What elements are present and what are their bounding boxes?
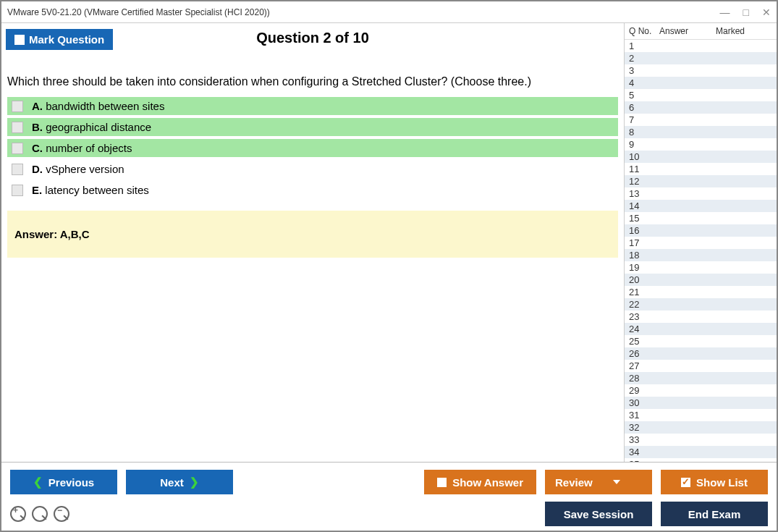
sidebar-header: Q No. Answer Marked [625, 23, 777, 39]
maximize-icon[interactable]: □ [743, 7, 749, 18]
sidebar-row[interactable]: 30 [625, 397, 777, 409]
option-text: D. vSphere version [32, 163, 124, 175]
sidebar-row[interactable]: 9 [625, 138, 777, 151]
sidebar-row[interactable]: 15 [625, 212, 777, 224]
next-button[interactable]: Next ❯ [126, 470, 233, 494]
chevron-left-icon: ❮ [33, 476, 43, 489]
sidebar-row[interactable]: 5 [625, 89, 777, 101]
sidebar-row[interactable]: 21 [625, 286, 777, 298]
sidebar-row[interactable]: 1 [625, 40, 777, 52]
sidebar-row[interactable]: 19 [625, 261, 777, 274]
previous-label: Previous [48, 476, 94, 489]
option-row[interactable]: B. geographical distance [7, 118, 618, 136]
option-text: A. bandwidth between sites [32, 100, 164, 112]
question-list-sidebar: Q No. Answer Marked 12345678910111213141… [625, 23, 777, 462]
show-list-button[interactable]: Show List [661, 470, 768, 494]
sidebar-row[interactable]: 22 [625, 298, 777, 311]
sidebar-row[interactable]: 28 [625, 372, 777, 384]
sidebar-row[interactable]: 32 [625, 421, 777, 434]
sidebar-row[interactable]: 16 [625, 224, 777, 237]
sidebar-row[interactable]: 2 [625, 52, 777, 64]
sidebar-row[interactable]: 18 [625, 249, 777, 261]
col-answer-header: Answer [659, 26, 716, 36]
option-row[interactable]: C. number of objects [7, 139, 618, 157]
show-answer-label: Show Answer [452, 476, 523, 489]
close-icon[interactable]: ✕ [762, 7, 771, 18]
minimize-icon[interactable]: — [720, 7, 730, 18]
window-title: VMware 5V0-21.20 (VMware Certified Maste… [7, 7, 270, 17]
option-row[interactable]: D. vSphere version [7, 160, 618, 178]
zoom-controls [10, 506, 69, 522]
sidebar-row[interactable]: 17 [625, 237, 777, 249]
end-exam-button[interactable]: End Exam [661, 502, 768, 526]
sidebar-row[interactable]: 6 [625, 101, 777, 114]
previous-button[interactable]: ❮ Previous [10, 470, 117, 494]
sidebar-row[interactable]: 31 [625, 409, 777, 421]
sidebar-row[interactable]: 7 [625, 114, 777, 126]
col-qno-header: Q No. [629, 26, 659, 36]
chevron-right-icon: ❯ [190, 476, 199, 489]
show-answer-checkbox-icon [437, 478, 447, 487]
sidebar-row[interactable]: 34 [625, 446, 777, 458]
sidebar-body[interactable]: 1234567891011121314151617181920212223242… [625, 39, 777, 462]
zoom-out-icon[interactable] [54, 506, 69, 522]
review-button[interactable]: Review [545, 470, 652, 494]
save-session-label: Save Session [564, 508, 634, 520]
titlebar: VMware 5V0-21.20 (VMware Certified Maste… [1, 1, 777, 23]
sidebar-row[interactable]: 14 [625, 200, 777, 212]
zoom-in-icon[interactable] [10, 506, 26, 522]
next-label: Next [160, 476, 184, 489]
window-controls: — □ ✕ [720, 7, 771, 18]
option-checkbox[interactable] [12, 164, 23, 175]
sidebar-row[interactable]: 23 [625, 311, 777, 323]
sidebar-row[interactable]: 35 [625, 458, 777, 462]
sidebar-row[interactable]: 4 [625, 77, 777, 89]
answer-box: Answer: A,B,C [7, 211, 618, 258]
sidebar-row[interactable]: 3 [625, 64, 777, 77]
sidebar-row[interactable]: 12 [625, 175, 777, 187]
options-list: A. bandwidth between sitesB. geographica… [7, 97, 618, 199]
main-panel: Mark Question Question 2 of 10 Which thr… [1, 23, 625, 462]
sidebar-row[interactable]: 20 [625, 274, 777, 286]
sidebar-row[interactable]: 33 [625, 434, 777, 446]
question-text: Which three should be taken into conside… [7, 75, 618, 88]
option-checkbox[interactable] [12, 185, 23, 196]
sidebar-row[interactable]: 24 [625, 323, 777, 335]
sidebar-row[interactable]: 25 [625, 335, 777, 347]
show-answer-button[interactable]: Show Answer [424, 470, 536, 494]
sidebar-row[interactable]: 27 [625, 360, 777, 372]
option-text: E. latency between sites [32, 184, 149, 196]
question-title: Question 2 of 10 [1, 30, 624, 46]
option-text: C. number of objects [32, 142, 132, 154]
option-checkbox[interactable] [12, 122, 23, 133]
sidebar-row[interactable]: 8 [625, 126, 777, 138]
sidebar-row[interactable]: 29 [625, 384, 777, 397]
dropdown-icon [613, 480, 620, 484]
option-row[interactable]: E. latency between sites [7, 181, 618, 199]
sidebar-row[interactable]: 26 [625, 347, 777, 360]
footer: ❮ Previous Next ❯ Show Answer Review Sho… [1, 462, 777, 531]
zoom-reset-icon[interactable] [32, 506, 48, 522]
col-marked-header: Marked [716, 26, 775, 36]
option-checkbox[interactable] [12, 101, 23, 112]
sidebar-row[interactable]: 10 [625, 151, 777, 163]
sidebar-row[interactable]: 13 [625, 187, 777, 200]
show-list-label: Show List [696, 476, 748, 489]
save-session-button[interactable]: Save Session [545, 502, 652, 526]
option-text: B. geographical distance [32, 121, 151, 133]
review-label: Review [555, 476, 593, 489]
show-list-checkbox-icon [681, 478, 690, 487]
sidebar-row[interactable]: 11 [625, 163, 777, 175]
end-exam-label: End Exam [688, 508, 741, 520]
option-row[interactable]: A. bandwidth between sites [7, 97, 618, 115]
option-checkbox[interactable] [12, 143, 23, 154]
